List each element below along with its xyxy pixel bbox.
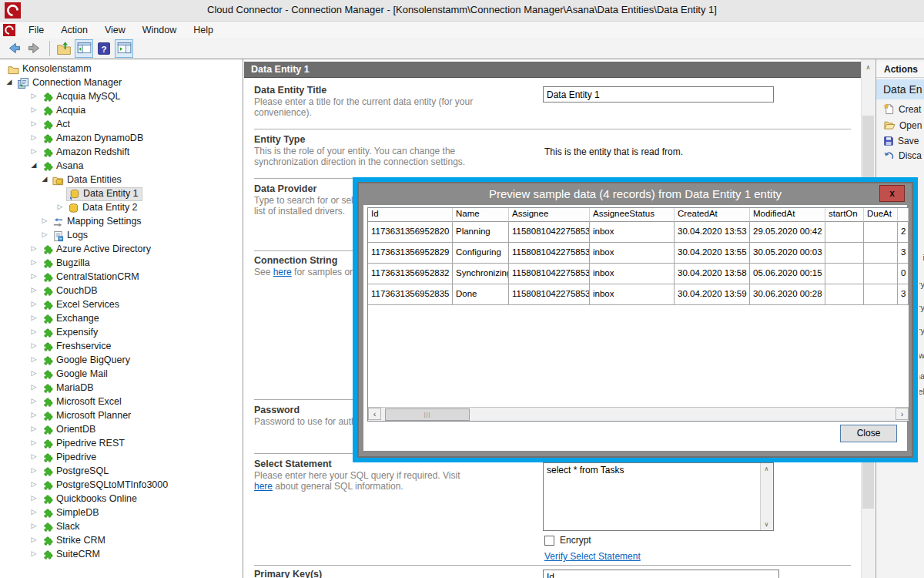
table-row[interactable]: 1173631356952829Configuring1158081042275…: [368, 243, 909, 264]
tree-item-expensify[interactable]: Expensify: [40, 326, 101, 340]
expand-icon[interactable]: ▷: [29, 383, 38, 391]
tree-item-amazon-redshift[interactable]: Amazon Redshift: [40, 146, 132, 160]
data-entity-title-input[interactable]: [543, 86, 774, 102]
tree-item-excel-services[interactable]: Excel Services: [40, 298, 122, 312]
action-item-open[interactable]: Open: [883, 118, 922, 133]
close-button[interactable]: Close: [840, 425, 897, 442]
tree-item-mapping-settings[interactable]: Mapping Settings: [51, 215, 145, 229]
table-row[interactable]: 1173631356952835Done1158081042275853inbo…: [368, 284, 909, 305]
tree-item-google-mail[interactable]: Google Mail: [40, 368, 111, 381]
action-item-disca[interactable]: Disca: [883, 148, 922, 163]
expand-icon[interactable]: ▷: [29, 133, 38, 141]
menu-action[interactable]: Action: [52, 23, 96, 37]
expand-icon[interactable]: ▷: [29, 286, 38, 294]
table-row[interactable]: 1173631356952832Synchronizing11580810422…: [368, 264, 909, 284]
expand-icon[interactable]: ▷: [29, 466, 38, 474]
tree-item-mariadb[interactable]: MariaDB: [40, 381, 97, 395]
table-column-header[interactable]: AssigneeStatus: [590, 208, 675, 222]
scroll-down-icon[interactable]: ∨: [761, 521, 772, 528]
scroll-right-icon[interactable]: ›: [896, 408, 909, 420]
tree-item-pipedrive[interactable]: Pipedrive: [40, 451, 99, 465]
expand-icon[interactable]: ▷: [29, 494, 38, 502]
toolbar-action-pane-toggle-button[interactable]: [115, 39, 133, 58]
tree-item-postgresqltomtinfo3000[interactable]: PostgreSQLtoMTInfo3000: [40, 479, 171, 492]
collapse-icon[interactable]: ◢: [40, 175, 49, 183]
toolbar-export-folder-button[interactable]: [55, 39, 73, 58]
expand-icon[interactable]: ▷: [29, 328, 38, 335]
expand-icon[interactable]: ▷: [29, 355, 38, 363]
tree-item-logs[interactable]: Logs: [51, 229, 91, 243]
expand-icon[interactable]: ▷: [29, 411, 38, 418]
expand-icon[interactable]: ▷: [40, 230, 49, 238]
table-column-header[interactable]: Id: [368, 208, 453, 222]
expand-icon[interactable]: ▷: [29, 272, 38, 280]
expand-icon[interactable]: ▷: [29, 397, 38, 405]
menu-window[interactable]: Window: [134, 23, 185, 37]
tree-item-pipedrive-rest[interactable]: Pipedrive REST: [40, 437, 128, 451]
tree-item-strike-crm[interactable]: Strike CRM: [40, 534, 109, 548]
table-column-header[interactable]: Assignee: [509, 208, 590, 222]
expand-icon[interactable]: ▷: [40, 217, 49, 224]
table-column-header[interactable]: [898, 208, 909, 222]
menu-file[interactable]: File: [20, 23, 52, 37]
encrypt-checkbox[interactable]: [544, 536, 554, 546]
textarea-scrollbar[interactable]: ∧ ∨: [760, 463, 773, 530]
menu-view[interactable]: View: [96, 23, 134, 37]
expand-icon[interactable]: ▷: [29, 341, 38, 349]
primary-keys-input[interactable]: [543, 570, 779, 578]
expand-icon[interactable]: ▷: [29, 439, 38, 446]
collapse-icon[interactable]: ◢: [5, 78, 14, 86]
tree-item-slack[interactable]: Slack: [40, 520, 83, 534]
expand-icon[interactable]: ▷: [29, 300, 38, 307]
action-item-save[interactable]: Save: [883, 133, 919, 148]
toolbar-help-button[interactable]: ?: [95, 39, 113, 58]
tree-item-data-entity-1[interactable]: Data Entity 1: [66, 187, 142, 201]
tree-item-couchdb[interactable]: CouchDB: [40, 284, 101, 298]
tree-item-bugzilla[interactable]: Bugzilla: [40, 257, 93, 271]
expand-icon[interactable]: ▷: [29, 369, 38, 377]
scroll-left-icon[interactable]: ‹: [368, 408, 381, 420]
tree-item-microsoft-excel[interactable]: Microsoft Excel: [40, 395, 125, 409]
tree-item-exchange[interactable]: Exchange: [40, 312, 102, 326]
toolbar-forward-button[interactable]: [25, 39, 43, 58]
expand-icon[interactable]: ▷: [55, 203, 65, 210]
tree-item-acquia[interactable]: Acquia: [40, 104, 89, 118]
tree-item-quickbooks-online[interactable]: Quickbooks Online: [40, 492, 140, 506]
verify-select-statement-link[interactable]: Verify Select Statement: [544, 551, 641, 562]
tree-item-act[interactable]: Act: [40, 118, 73, 132]
table-column-header[interactable]: startOn: [825, 208, 864, 222]
tree-item-konsolenstamm[interactable]: Konsolenstamm: [6, 62, 95, 76]
connection-string-here-link[interactable]: here: [273, 267, 292, 277]
tree-item-data-entities[interactable]: Data Entities: [51, 173, 125, 187]
table-column-header[interactable]: ModifiedAt: [750, 208, 825, 222]
expand-icon[interactable]: ▷: [29, 314, 38, 321]
tree-item-google-bigquery[interactable]: Google BigQuery: [40, 354, 133, 368]
action-item-creat[interactable]: Creat: [883, 102, 921, 116]
expand-icon[interactable]: ▷: [29, 425, 38, 432]
menu-help[interactable]: Help: [185, 23, 222, 37]
scroll-up-icon[interactable]: ∧: [862, 61, 875, 74]
tree-item-orientdb[interactable]: OrientDB: [40, 423, 99, 437]
expand-icon[interactable]: ▷: [29, 147, 38, 155]
tree-item-connection-manager[interactable]: Connection Manager: [15, 76, 125, 90]
table-horizontal-scrollbar[interactable]: ‹ ||| ›: [368, 407, 909, 421]
scroll-up-icon[interactable]: ∧: [761, 465, 772, 472]
expand-icon[interactable]: ▷: [29, 244, 38, 252]
tree-item-postgresql[interactable]: PostgreSQL: [40, 465, 112, 479]
tree-item-simpledb[interactable]: SimpleDB: [40, 506, 102, 520]
expand-icon[interactable]: ▷: [29, 106, 38, 113]
tree-item-freshservice[interactable]: Freshservice: [40, 340, 115, 354]
expand-icon[interactable]: ▷: [29, 119, 38, 127]
expand-icon[interactable]: ▷: [29, 258, 38, 266]
select-statement-textarea[interactable]: select * from Tasks ∧ ∨: [543, 462, 774, 531]
table-column-header[interactable]: CreatedAt: [675, 208, 750, 222]
tree-item-acquia-mysql[interactable]: Acquia MySQL: [40, 90, 123, 104]
toolbar-console-tree-toggle-button[interactable]: [75, 39, 93, 58]
dialog-close-x-button[interactable]: x: [879, 185, 905, 202]
table-column-header[interactable]: Name: [453, 208, 509, 222]
expand-icon[interactable]: ▷: [29, 522, 38, 529]
tree-item-data-entity-2[interactable]: Data Entity 2: [66, 201, 141, 215]
expand-icon[interactable]: ▷: [29, 536, 38, 543]
tree-item-microsoft-planner[interactable]: Microsoft Planner: [40, 409, 134, 423]
tree-item-centralstationcrm[interactable]: CentralStationCRM: [40, 271, 142, 284]
